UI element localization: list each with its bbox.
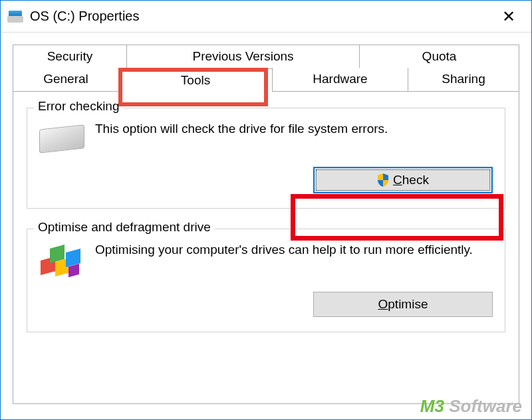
watermark-prefix: M3 [420,396,444,416]
defrag-icon [39,241,84,277]
optimise-group: Optimise and defragment drive Optimising… [27,229,505,332]
error-checking-legend: Error checking [34,99,124,114]
error-checking-group: Error checking This option will check th… [27,108,505,209]
tab-tools[interactable]: Tools [119,68,272,92]
tab-strip: Security Previous Versions Quota General… [1,33,531,92]
optimise-button[interactable]: Optimise [313,292,493,317]
check-button-label: Check [393,173,429,187]
close-icon[interactable]: ✕ [493,7,525,26]
error-checking-text: This option will check the drive for fil… [95,120,493,138]
tab-sharing[interactable]: Sharing [408,68,519,92]
tab-quota[interactable]: Quota [360,45,519,68]
check-button[interactable]: Check [313,167,493,193]
optimise-legend: Optimise and defragment drive [34,220,215,235]
properties-dialog: OS (C:) Properties ✕ Security Previous V… [0,0,532,420]
tab-security[interactable]: Security [13,45,127,68]
watermark-suffix: Software [444,396,522,416]
titlebar: OS (C:) Properties ✕ [1,1,531,33]
tab-hardware[interactable]: Hardware [272,68,408,92]
drive-large-icon [39,123,84,152]
tools-panel: Error checking This option will check th… [13,92,519,404]
watermark: M3 Software [420,396,522,417]
tab-previous-versions[interactable]: Previous Versions [127,45,360,68]
optimise-text: Optimising your computer's drives can he… [95,241,493,259]
tab-general[interactable]: General [13,68,119,92]
drive-icon [7,11,23,23]
shield-icon [377,173,389,187]
window-title: OS (C:) Properties [30,9,139,24]
optimise-button-label: Optimise [378,297,428,312]
